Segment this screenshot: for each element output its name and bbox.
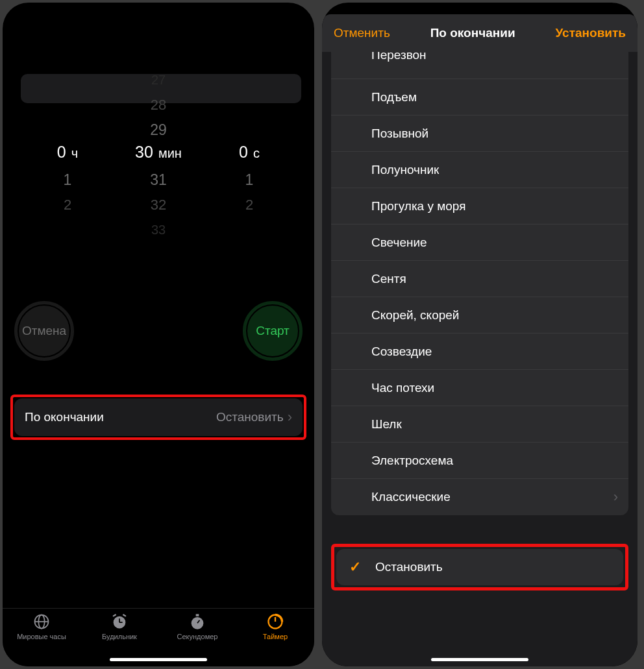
stop-playing-row[interactable]: ✓ Остановить (336, 549, 623, 585)
picker-seconds[interactable]: 0с 1 2 (204, 67, 295, 243)
timer-icon (266, 613, 284, 631)
chevron-right-icon: › (288, 409, 292, 426)
picker-minutes-unit: мин (158, 146, 182, 161)
globe-icon (32, 613, 51, 631)
cancel-button[interactable]: Отмена (14, 301, 74, 361)
picker-hours[interactable]: 0ч 1 2 (22, 67, 113, 243)
start-button[interactable]: Старт (243, 301, 303, 361)
sound-item[interactable]: Час потехи (331, 370, 628, 406)
alarm-icon (110, 613, 129, 631)
setting-label: По окончании (25, 410, 216, 424)
classic-sounds-row[interactable]: Классические › (331, 479, 628, 515)
svg-point-8 (192, 617, 204, 629)
home-indicator[interactable] (110, 658, 207, 661)
sound-list[interactable]: Перезвон Подъем Позывной Полуночник Прог… (331, 52, 628, 515)
sound-item[interactable]: Прогулка у моря (331, 188, 628, 225)
home-indicator[interactable] (431, 658, 528, 661)
time-picker[interactable]: 0ч 1 2 27 28 29 30мин 31 32 33 0с (22, 67, 295, 243)
picker-seconds-value: 0 (239, 143, 248, 162)
set-button[interactable]: Установить (556, 26, 626, 40)
picker-hours-unit: ч (71, 146, 78, 161)
picker-hours-value: 0 (57, 143, 66, 162)
checkmark-icon: ✓ (349, 559, 361, 576)
sound-item[interactable]: Созвездие (331, 334, 628, 370)
tab-label: Мировые часы (17, 633, 66, 640)
when-timer-ends-row[interactable]: По окончании Остановить › (14, 398, 303, 436)
sound-item[interactable]: Перезвон (331, 52, 628, 79)
sound-item[interactable]: Скорей, скорей (331, 297, 628, 334)
picker-seconds-unit: с (253, 146, 260, 161)
sound-item[interactable]: Электросхема (331, 443, 628, 479)
svg-rect-9 (196, 614, 199, 616)
cancel-button-label: Отмена (22, 324, 66, 338)
stopwatch-icon (188, 613, 206, 631)
highlight-box: По окончании Остановить › (10, 395, 306, 440)
sound-item[interactable]: Свечение (331, 225, 628, 261)
svg-rect-4 (112, 614, 116, 617)
sheet-title: По окончании (430, 26, 515, 40)
sound-picker-sheet: Отменить По окончании Установить Перезво… (322, 14, 638, 666)
chevron-right-icon: › (613, 489, 618, 505)
sound-item[interactable]: Сентя (331, 261, 628, 297)
svg-rect-5 (123, 614, 127, 617)
stop-label: Остановить (375, 560, 443, 574)
start-button-label: Старт (256, 324, 290, 338)
sound-picker-screen: Отменить По окончании Установить Перезво… (322, 3, 638, 666)
tab-label: Будильник (102, 633, 137, 640)
cancel-button[interactable]: Отменить (334, 26, 390, 40)
sound-item[interactable]: Полуночник (331, 152, 628, 188)
sound-item[interactable]: Шелк (331, 406, 628, 443)
sound-item[interactable]: Подъем (331, 79, 628, 116)
tab-label: Секундомер (177, 633, 218, 640)
picker-minutes[interactable]: 27 28 29 30мин 31 32 33 (113, 67, 204, 243)
tab-timer[interactable]: Таймер (236, 613, 314, 666)
picker-minutes-value: 30 (135, 143, 153, 162)
tab-label: Таймер (263, 633, 288, 640)
sound-item[interactable]: Позывной (331, 116, 628, 152)
highlight-box: ✓ Остановить (331, 544, 628, 590)
timer-screen: 0ч 1 2 27 28 29 30мин 31 32 33 0с (3, 3, 314, 666)
sheet-header: Отменить По окончании Установить (322, 14, 638, 52)
setting-value: Остановить (216, 410, 284, 424)
tab-world-clock[interactable]: Мировые часы (3, 613, 80, 666)
